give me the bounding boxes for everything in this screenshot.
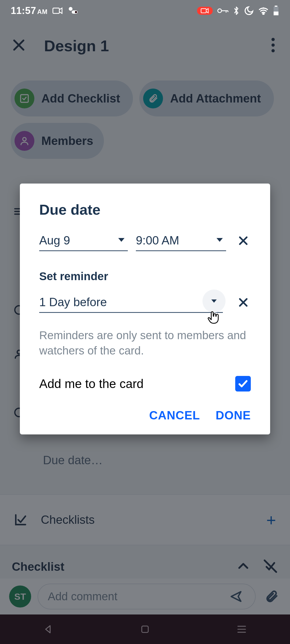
due-date-value: Aug 9 [39, 234, 70, 247]
svg-point-14 [218, 9, 222, 13]
reminder-dropdown[interactable]: 1 Day before [39, 292, 223, 313]
add-me-checkbox[interactable] [235, 376, 251, 391]
set-reminder-label: Set reminder [39, 270, 251, 283]
chevron-down-icon [202, 290, 226, 313]
reminder-value: 1 Day before [39, 295, 107, 309]
clear-reminder-icon[interactable] [236, 295, 251, 310]
done-button[interactable]: DONE [216, 409, 251, 422]
cancel-button[interactable]: CANCEL [149, 409, 200, 422]
svg-rect-18 [274, 12, 278, 15]
svg-point-10 [69, 7, 73, 11]
dialog-title: Due date [39, 201, 251, 218]
due-time-value: 9:00 AM [136, 234, 179, 247]
screen-record-icon [197, 7, 213, 15]
svg-point-12 [75, 11, 77, 13]
due-date-dropdown[interactable]: Aug 9 [39, 230, 128, 251]
hotspot-icon [68, 7, 78, 15]
svg-rect-9 [53, 8, 59, 13]
svg-point-15 [263, 13, 264, 15]
vpn-key-icon [217, 8, 229, 14]
svg-rect-16 [275, 6, 277, 7]
wifi-icon [258, 7, 269, 15]
bluetooth-icon [233, 6, 240, 16]
due-time-dropdown[interactable]: 9:00 AM [136, 230, 226, 251]
dnd-moon-icon [244, 6, 254, 16]
camera-indicator-icon [52, 7, 63, 14]
chevron-down-icon [118, 237, 125, 244]
svg-rect-13 [201, 9, 206, 13]
reminder-hint: Reminders are only sent to members and w… [39, 328, 251, 358]
clear-due-date-icon[interactable] [236, 233, 251, 248]
due-date-dialog: Due date Aug 9 9:00 AM Set reminder 1 [20, 184, 270, 434]
chevron-down-icon [216, 237, 223, 244]
status-clock: 11:57AM [11, 5, 48, 16]
add-me-label: Add me to the card [39, 376, 144, 391]
status-bar: 11:57AM [0, 0, 290, 21]
battery-icon [273, 6, 279, 16]
